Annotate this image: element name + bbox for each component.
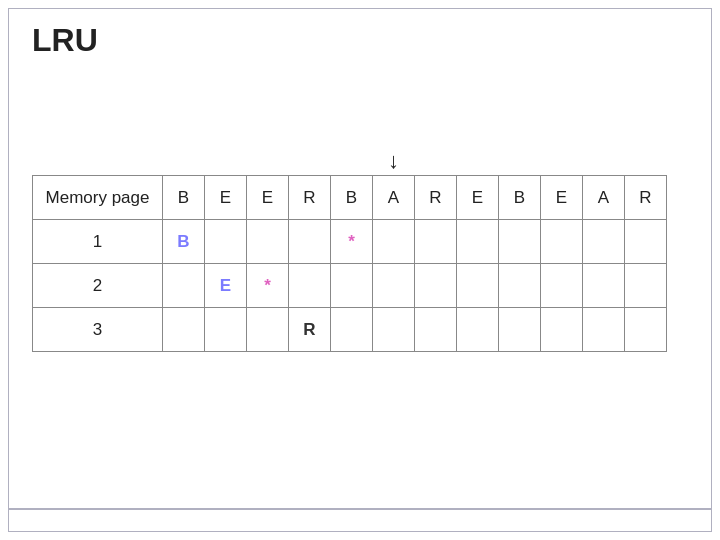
header-label: Memory page — [33, 176, 163, 220]
header-r2: R — [415, 176, 457, 220]
row1-col0: B — [163, 220, 205, 264]
row-1: 1 B * — [33, 220, 667, 264]
row2-col2: * — [247, 264, 289, 308]
lru-table: Memory page B E E R B A R E B E A R 1 B … — [32, 175, 667, 352]
header-e2: E — [247, 176, 289, 220]
row2-col11 — [625, 264, 667, 308]
row3-col1 — [205, 308, 247, 352]
row2-col10 — [583, 264, 625, 308]
row2-col8 — [499, 264, 541, 308]
lru-table-wrapper: Memory page B E E R B A R E B E A R 1 B … — [32, 175, 667, 352]
row3-col11 — [625, 308, 667, 352]
arrow-icon: ↓ — [388, 148, 399, 174]
row2-col1: E — [205, 264, 247, 308]
row2-col5 — [373, 264, 415, 308]
row1-col4: * — [331, 220, 373, 264]
row3-label: 3 — [33, 308, 163, 352]
header-a1: A — [373, 176, 415, 220]
row1-col2 — [247, 220, 289, 264]
header-r3: R — [625, 176, 667, 220]
row1-col5 — [373, 220, 415, 264]
row1-col11 — [625, 220, 667, 264]
row2-col4 — [331, 264, 373, 308]
row2-col9 — [541, 264, 583, 308]
header-b3: B — [499, 176, 541, 220]
row3-col3: R — [289, 308, 331, 352]
row3-col8 — [499, 308, 541, 352]
row1-col10 — [583, 220, 625, 264]
header-row: Memory page B E E R B A R E B E A R — [33, 176, 667, 220]
row1-col7 — [457, 220, 499, 264]
row-2: 2 E * — [33, 264, 667, 308]
row3-col7 — [457, 308, 499, 352]
header-a2: A — [583, 176, 625, 220]
row1-col1 — [205, 220, 247, 264]
row3-col10 — [583, 308, 625, 352]
row1-col9 — [541, 220, 583, 264]
row1-col3 — [289, 220, 331, 264]
header-e4: E — [541, 176, 583, 220]
row2-col6 — [415, 264, 457, 308]
row3-col5 — [373, 308, 415, 352]
row2-col3 — [289, 264, 331, 308]
header-b1: B — [163, 176, 205, 220]
row2-label: 2 — [33, 264, 163, 308]
header-r1: R — [289, 176, 331, 220]
header-e1: E — [205, 176, 247, 220]
bottom-divider — [8, 508, 712, 510]
page-title: LRU — [32, 22, 98, 59]
row3-col6 — [415, 308, 457, 352]
row-3: 3 R — [33, 308, 667, 352]
row1-col6 — [415, 220, 457, 264]
header-e3: E — [457, 176, 499, 220]
row2-col0 — [163, 264, 205, 308]
row1-col8 — [499, 220, 541, 264]
row3-col0 — [163, 308, 205, 352]
row3-col2 — [247, 308, 289, 352]
row3-col4 — [331, 308, 373, 352]
row1-label: 1 — [33, 220, 163, 264]
row3-col9 — [541, 308, 583, 352]
header-b2: B — [331, 176, 373, 220]
row2-col7 — [457, 264, 499, 308]
